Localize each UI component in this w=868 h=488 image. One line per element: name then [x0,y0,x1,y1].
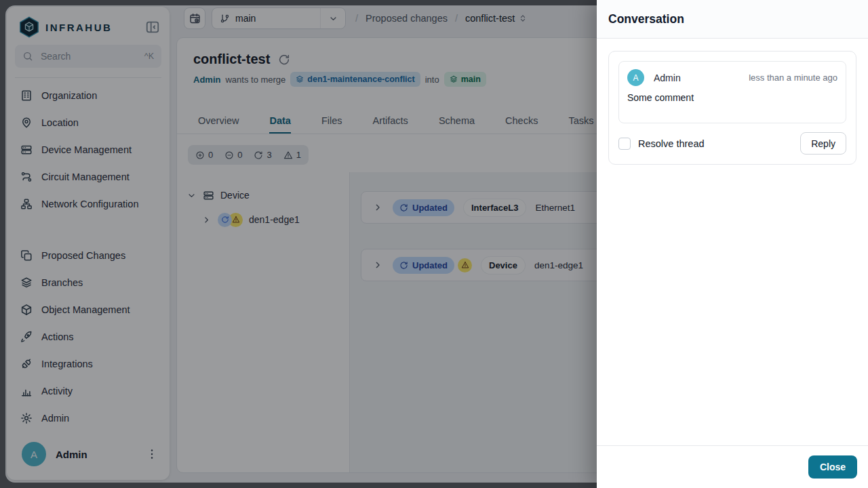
comment-body: Some comment [627,92,837,114]
resolve-row: Resolve thread Reply [618,132,846,155]
conversation-panel: Conversation A Admin less than a minute … [597,0,868,488]
panel-header: Conversation [597,0,868,39]
panel-footer: Close [597,445,868,488]
panel-body: A Admin less than a minute ago Some comm… [597,39,868,445]
comment-author: Admin [654,73,739,83]
resolve-thread-label[interactable]: Resolve thread [638,138,793,149]
panel-title: Conversation [608,12,684,26]
comment-card: A Admin less than a minute ago Some comm… [618,61,846,123]
comment-timestamp: less than a minute ago [749,73,837,83]
comment-avatar: A [627,69,644,86]
resolve-thread-checkbox[interactable] [618,138,631,150]
reply-button[interactable]: Reply [800,132,846,155]
close-button[interactable]: Close [808,455,857,479]
app-root: INFRAHUB ^K Organization Location Device… [0,0,868,488]
comment-header: A Admin less than a minute ago [627,69,837,86]
thread-card: A Admin less than a minute ago Some comm… [608,51,856,165]
